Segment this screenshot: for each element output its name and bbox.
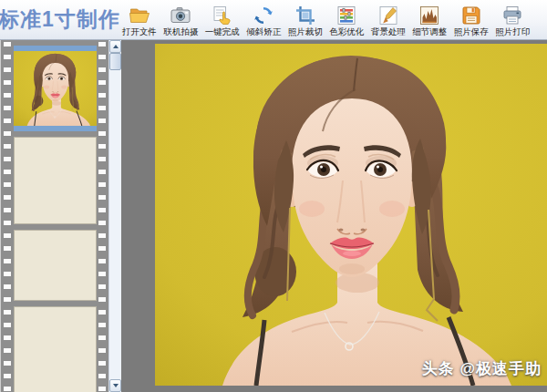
toolbar-button-label: 色彩优化: [329, 27, 364, 36]
toolbar-button-open-file[interactable]: 打开文件: [119, 0, 160, 39]
save-floppy-icon: [460, 5, 482, 26]
filmstrip-frame-empty: [14, 306, 97, 392]
filmstrip-sidebar: [0, 40, 108, 392]
open-file-folder-icon: [129, 5, 150, 26]
filmstrip-frame-empty: [14, 230, 97, 301]
toolbar-button-color-optimize[interactable]: 色彩优化: [326, 0, 368, 39]
filmstrip-frame-empty: [14, 137, 97, 224]
film-sprocket-holes-left: [4, 42, 11, 392]
toolbar-button-tilt-correct[interactable]: 倾斜矫正: [243, 0, 285, 39]
toolbar-button-label: 一键完成: [205, 27, 240, 36]
toolbar-button-label: 联机拍摄: [163, 27, 198, 36]
tilt-correct-rotate-icon: [253, 5, 274, 26]
sidebar-scrollbar[interactable]: [108, 40, 121, 392]
photo-canvas[interactable]: 头条 @极速手助: [121, 40, 547, 392]
arrow-down-icon: [113, 384, 119, 387]
one-click-hand-icon: [212, 5, 233, 26]
toolbar-button-one-click-finish[interactable]: 一键完成: [201, 0, 243, 39]
toolbar-button-label: 照片打印: [495, 27, 530, 36]
film-sprocket-holes-right: [98, 42, 106, 392]
app-title: 标准1寸制作: [0, 0, 119, 39]
scroll-up-button[interactable]: [109, 40, 121, 53]
toolbar-button-detail-adjust[interactable]: 细节调整: [409, 0, 451, 39]
toolbar: 标准1寸制作 打开文件 联机拍摄 一键完成 倾斜矫正 照片裁切 色彩优化 背景处…: [0, 0, 547, 40]
filmstrip-frame-selected[interactable]: [14, 46, 97, 131]
content-area: 头条 @极速手助: [0, 40, 547, 392]
arrow-up-icon: [113, 45, 119, 48]
toolbar-button-label: 倾斜矫正: [246, 27, 281, 36]
watermark: 头条 @极速手助: [422, 358, 542, 379]
scrollbar-thumb[interactable]: [109, 53, 121, 70]
photo-thumbnail[interactable]: [14, 51, 97, 126]
printer-icon: [501, 5, 523, 26]
camera-icon: [170, 5, 191, 26]
toolbar-button-label: 照片裁切: [288, 27, 323, 36]
toolbar-button-print-photo[interactable]: 照片打印: [492, 0, 534, 39]
toolbar-button-label: 细节调整: [412, 27, 447, 36]
scroll-down-button[interactable]: [109, 379, 121, 392]
crop-icon: [294, 5, 316, 26]
background-brush-icon: [377, 5, 399, 26]
toolbar-button-label: 打开文件: [122, 27, 157, 36]
selection-bar-bottom: [14, 126, 97, 131]
toolbar-button-crop[interactable]: 照片裁切: [284, 0, 326, 39]
color-sliders-icon: [335, 5, 357, 26]
toolbar-button-label: 照片保存: [454, 27, 489, 36]
photo-preview[interactable]: [155, 44, 547, 386]
filmstrip-frames: [14, 40, 97, 392]
toolbar-button-camera-capture[interactable]: 联机拍摄: [160, 0, 202, 39]
detail-histogram-icon: [418, 5, 440, 26]
toolbar-button-save-photo[interactable]: 照片保存: [450, 0, 492, 39]
toolbar-button-background-process[interactable]: 背景处理: [367, 0, 409, 39]
toolbar-button-label: 背景处理: [371, 27, 406, 36]
